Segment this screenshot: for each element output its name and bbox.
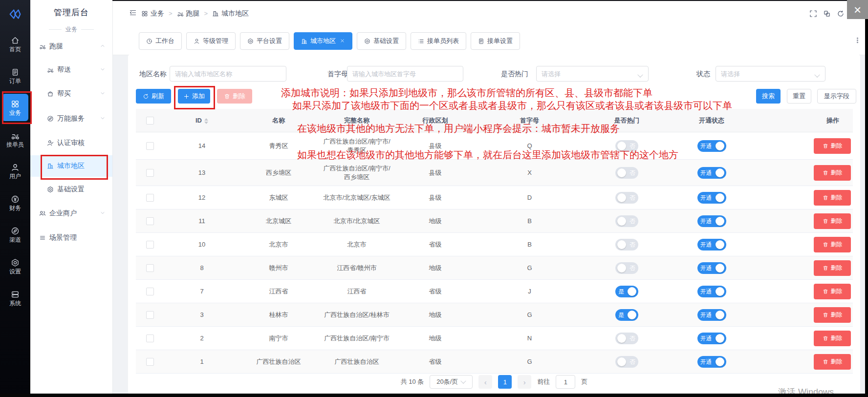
close-tab-icon[interactable] — [340, 38, 345, 45]
tab-5[interactable]: 接单员列表 — [411, 32, 466, 50]
hot-toggle-off[interactable]: 否 — [615, 192, 638, 204]
menu-item-label: 企业商户 — [49, 209, 77, 218]
delete-button[interactable]: 删除 — [814, 260, 851, 276]
row-checkbox[interactable] — [146, 217, 154, 225]
status-toggle[interactable]: 开通 — [697, 309, 726, 321]
tab-3[interactable]: 城市地区 — [294, 32, 352, 50]
status-toggle[interactable]: 开通 — [697, 192, 726, 204]
sidebar-item-7[interactable]: 设置 — [0, 252, 30, 280]
sort-icon[interactable] — [204, 118, 208, 124]
sidebar-item-2[interactable]: 业务 — [2, 94, 28, 121]
sidebar-item-8[interactable]: 系统 — [0, 284, 30, 312]
tab-6[interactable]: 接单设置 — [471, 32, 520, 50]
sidebar-item-label: 设置 — [9, 269, 21, 274]
sidebar-item-5[interactable]: 财务 — [0, 189, 30, 216]
menu-item-6[interactable]: 基础设置 — [30, 179, 112, 200]
delete-button[interactable]: 删除 — [814, 284, 851, 299]
tab-1[interactable]: 等级管理 — [186, 32, 236, 50]
page-size-select[interactable]: 20条/页 — [430, 375, 473, 389]
delete-button[interactable]: 删除 — [814, 307, 851, 323]
sidebar-item-4[interactable]: 用户 — [0, 157, 30, 185]
menu-item-7[interactable]: 企业商户 — [30, 203, 112, 224]
row-checkbox[interactable] — [146, 241, 154, 249]
delete-button[interactable]: 删除 — [814, 138, 851, 154]
sidebar-item-0[interactable]: 首页 — [0, 30, 30, 58]
show-columns-button[interactable]: 显示字段 — [817, 89, 856, 104]
menu-item-8[interactable]: 场景管理 — [30, 227, 112, 249]
filter-select-2[interactable] — [536, 66, 649, 82]
row-checkbox[interactable] — [146, 311, 154, 319]
tab-4[interactable]: 基础设置 — [357, 32, 406, 50]
delete-button[interactable]: 删除 — [814, 331, 851, 346]
cell-hot: 否 — [585, 209, 669, 233]
status-toggle[interactable]: 开通 — [697, 215, 726, 227]
filter-input-1[interactable] — [347, 66, 463, 82]
tab-0[interactable]: 工作台 — [139, 32, 182, 50]
delete-button[interactable]: 删除 — [814, 190, 851, 206]
status-toggle[interactable]: 开通 — [697, 333, 726, 344]
menu-item-1[interactable]: 帮送 — [30, 59, 112, 81]
prev-page-button[interactable]: ‹ — [478, 375, 492, 389]
hot-toggle-on[interactable]: 是 — [615, 309, 638, 321]
menu-fold-icon[interactable] — [129, 9, 137, 18]
add-button[interactable]: 添加 — [178, 89, 210, 104]
menu-item-3[interactable]: 万能服务 — [30, 108, 112, 129]
hot-toggle-off[interactable]: 否 — [615, 140, 638, 152]
sidebar-item-6[interactable]: 渠道 — [0, 221, 30, 248]
status-toggle[interactable]: 开通 — [697, 140, 726, 152]
filter-select-3[interactable] — [716, 66, 825, 82]
brush-button[interactable] — [823, 10, 831, 18]
breadcrumb-item-2[interactable]: 城市地区 — [212, 9, 249, 18]
tab-2[interactable]: 平台设置 — [240, 32, 289, 50]
menu-item-0[interactable]: 跑腿 — [30, 36, 112, 57]
sidebar-item-3[interactable]: 接单员 — [0, 125, 30, 153]
next-page-button[interactable]: › — [518, 375, 531, 389]
row-checkbox[interactable] — [146, 169, 154, 177]
delete-button[interactable]: 删除 — [814, 213, 851, 229]
hot-toggle-off[interactable]: 否 — [615, 239, 638, 251]
hot-toggle-off[interactable]: 否 — [615, 356, 638, 368]
fullscreen-button[interactable] — [809, 10, 817, 18]
refresh-button[interactable] — [837, 10, 845, 18]
search-button[interactable]: 搜索 — [756, 89, 781, 104]
refresh-button[interactable]: 刷新 — [136, 89, 171, 104]
sidebar-item-1[interactable]: 订单 — [0, 62, 30, 89]
column-header-0[interactable]: ID — [164, 109, 239, 132]
menu-item-4[interactable]: 认证审核 — [30, 132, 112, 154]
status-toggle[interactable]: 开通 — [697, 286, 726, 297]
status-toggle[interactable]: 开通 — [697, 262, 726, 274]
hot-toggle-off[interactable]: 否 — [615, 215, 638, 227]
delete-button[interactable]: 删除 — [814, 237, 851, 252]
batch-delete-button[interactable]: 删除 — [217, 89, 252, 104]
table-header-row: ID名称完整名称行政区划首字母是否热门开通状态操作 — [136, 109, 853, 132]
cell-id: 12 — [164, 186, 239, 209]
menu-item-2[interactable]: 帮买 — [30, 83, 112, 104]
chevdown-icon — [100, 66, 106, 72]
row-checkbox[interactable] — [146, 358, 154, 366]
status-toggle[interactable]: 开通 — [697, 356, 726, 368]
select-all-checkbox[interactable] — [146, 117, 154, 125]
status-toggle[interactable]: 开通 — [697, 239, 726, 251]
status-toggle[interactable]: 开通 — [697, 167, 726, 179]
hot-toggle-off[interactable]: 否 — [615, 262, 638, 274]
hot-toggle-on[interactable]: 是 — [615, 286, 638, 297]
hot-toggle-off[interactable]: 否 — [615, 167, 638, 179]
delete-button[interactable]: 删除 — [814, 165, 851, 181]
row-checkbox[interactable] — [146, 194, 154, 202]
delete-button[interactable]: 删除 — [814, 354, 851, 370]
row-checkbox[interactable] — [146, 264, 154, 272]
filter-input-0[interactable] — [170, 66, 286, 82]
row-checkbox[interactable] — [146, 334, 154, 342]
breadcrumb-item-1[interactable]: 跑腿 — [177, 9, 200, 18]
compass-icon — [47, 115, 54, 122]
current-page[interactable]: 1 — [498, 375, 512, 389]
reset-button[interactable]: 重置 — [787, 89, 811, 104]
row-checkbox[interactable] — [146, 142, 154, 150]
goto-page-input[interactable] — [556, 375, 575, 389]
breadcrumb-item-0[interactable]: 业务 — [141, 9, 164, 18]
menu-item-5[interactable]: 城市地区 — [30, 155, 112, 177]
tab-options-icon[interactable] — [854, 37, 861, 46]
hot-toggle-off[interactable]: 否 — [615, 333, 638, 344]
row-checkbox[interactable] — [146, 288, 154, 295]
window-close-button[interactable]: × — [847, 0, 868, 19]
